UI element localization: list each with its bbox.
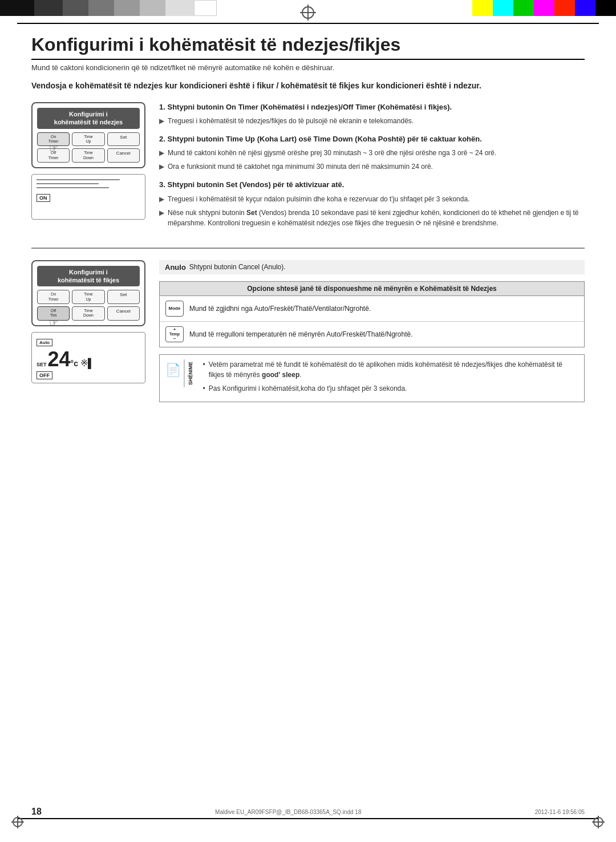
- note-text-2: Pas Konfigurimi i kohëmatësit,koha do t'…: [209, 383, 407, 394]
- off-timer-button-2[interactable]: OffTim ☞: [37, 306, 70, 321]
- color-bar: [472, 0, 616, 16]
- notes-content: • Vetëm parametrat më të fundit të kohëm…: [203, 359, 579, 397]
- anulo-box: Anulo Shtypni butonin Cancel (Anulo).: [159, 260, 585, 274]
- step-1-bullet: ▶ Treguesi i kohëmatësit të ndezjes/fikj…: [159, 116, 585, 126]
- intro-text: Mund të caktoni kondicionerin që të ndiz…: [31, 63, 585, 72]
- left-column-2: Konfigurimi i kohëmatësit të fikjes OnTi…: [31, 260, 145, 402]
- temperature-unit: °c: [71, 359, 78, 368]
- minus-icon: −: [173, 336, 176, 341]
- step-3-bullet-2: ▶ Nëse nuk shtypni butonin Set (Vendos) …: [159, 208, 585, 228]
- left-column-1: Konfigurimi i kohëmatësit të ndezjes OnT…: [31, 102, 145, 236]
- remote-buttons-grid-2: OnTimer TimeUp Set OffTim ☞ TimeDown: [37, 290, 140, 321]
- crosshair-bottom-left: [11, 816, 24, 828]
- time-up-button[interactable]: TimeUp: [72, 132, 104, 147]
- display-lines: [37, 179, 140, 188]
- gray-segment: [165, 0, 194, 16]
- mode-label: Mode: [169, 306, 181, 311]
- step-3-bullet-1: ▶ Treguesi i kohëmatësit të kyçur ndalon…: [159, 194, 585, 204]
- note-bullet-2: • Pas Konfigurimi i kohëmatësit,koha do …: [203, 383, 579, 394]
- mode-icon: Mode: [165, 301, 184, 317]
- note-bullet-1: • Vetëm parametrat më të fundit të kohëm…: [203, 359, 579, 380]
- color-segment-blue: [575, 0, 595, 16]
- gray-segment: [34, 0, 63, 16]
- note-document-icon: 📄: [165, 359, 181, 387]
- bullet-dot-2: •: [203, 383, 205, 394]
- step-3-text: Nëse nuk shtypni butonin Set (Vendos) br…: [168, 208, 585, 228]
- step-1: 1. Shtypni butonin On Timer (Kohëmatësi …: [159, 102, 585, 126]
- step-2-bullet-2: ▶ Ora e funksionit mund të caktohet nga …: [159, 161, 585, 172]
- time-down-button[interactable]: TimeDown: [72, 148, 104, 163]
- on-timer-button-2[interactable]: OnTimer: [37, 290, 70, 304]
- display-line: [37, 187, 109, 188]
- step-1-title: 1. Shtypni butonin On Timer (Kohëmatësi …: [159, 102, 585, 112]
- step-num-1: 1.: [159, 103, 167, 111]
- gray-segment: [194, 0, 217, 16]
- section1-layout: Konfigurimi i kohëmatësit të ndezjes OnT…: [31, 102, 585, 236]
- file-info: Maldive EU_AR09FSFP@_IB_DB68-03365A_SQ.i…: [215, 809, 361, 815]
- color-segment-cyan: [493, 0, 513, 16]
- color-segment-red: [554, 0, 575, 16]
- note-label: SHËNIME: [184, 359, 197, 387]
- gray-segment: [0, 0, 34, 16]
- bullet-dot: •: [203, 359, 205, 380]
- bullet-arrow: ▶: [159, 208, 164, 228]
- bullet-arrow: ▶: [159, 116, 164, 126]
- off-badge: OFF: [37, 371, 52, 379]
- grayscale-bar: [0, 0, 217, 16]
- remote-control-off-timer: Konfigurimi i kohëmatësit të fikjes OnTi…: [31, 260, 145, 326]
- footer: 18 Maldive EU_AR09FSFP@_IB_DB68-03365A_S…: [31, 807, 585, 817]
- section2-layout: Konfigurimi i kohëmatësit të fikjes OnTi…: [31, 260, 585, 402]
- temp-icon: + Temp −: [165, 326, 184, 342]
- main-content: Konfigurimi i kohëmatësit të ndezjes/fik…: [31, 34, 585, 808]
- step-2: 2. Shtypni butonin Time Up (Koha Lart) o…: [159, 134, 585, 172]
- display-screen-1: ON: [31, 174, 145, 220]
- on-badge: ON: [37, 194, 50, 202]
- step-num-2: 2.: [159, 135, 167, 143]
- step-2-title: 2. Shtypni butonin Time Up (Koha Lart) o…: [159, 134, 585, 144]
- bullet-arrow: ▶: [159, 161, 164, 172]
- remote-label-off: Konfigurimi i kohëmatësit të fikjes: [37, 266, 140, 287]
- on-timer-button[interactable]: OnTimer ☞: [37, 132, 70, 147]
- time-up-button-2[interactable]: TimeUp: [72, 290, 104, 304]
- set-button[interactable]: Set: [107, 132, 140, 147]
- option1-text: Mund të zgjidhni nga Auto/Freskët/Thatë/…: [189, 305, 371, 313]
- set-button-2[interactable]: Set: [107, 290, 140, 304]
- color-segment-yellow: [472, 0, 493, 16]
- note-text-1: Vetëm parametrat më të fundit të kohëmat…: [209, 359, 578, 380]
- note-icon-col: 📄 SHËNIME: [165, 359, 197, 387]
- anulo-text: Shtypni butonin Cancel (Anulo).: [189, 263, 286, 271]
- temperature-display: SET 24 °c ※▌: [37, 349, 140, 370]
- cancel-button[interactable]: Cancel: [107, 148, 140, 163]
- time-down-button-2[interactable]: TimeDown: [72, 306, 104, 321]
- right-column-2: Anulo Shtypni butonin Cancel (Anulo). Op…: [159, 260, 585, 402]
- signal-icon: ※▌: [80, 358, 94, 369]
- page-number: 18: [31, 807, 42, 817]
- option-row-mode: Mode Mund të zgjidhni nga Auto/Freskët/T…: [160, 296, 584, 322]
- display-line: [37, 179, 120, 180]
- bullet-arrow: ▶: [159, 194, 164, 204]
- color-segment-magenta: [534, 0, 554, 16]
- option2-text: Mund të rregulloni temperaturën në mënyr…: [189, 330, 413, 338]
- cancel-button-2[interactable]: Cancel: [107, 306, 140, 321]
- notes-box: 📄 SHËNIME • Vetëm parametrat më të fundi…: [159, 354, 585, 402]
- remote-buttons-grid: OnTimer ☞ TimeUp Set OffTimer TimeDown: [37, 132, 140, 163]
- option-row-temp: + Temp − Mund të rregulloni temperaturën…: [160, 322, 584, 347]
- display-screen-2: Auto SET 24 °c ※▌ OFF: [31, 332, 145, 383]
- step-3-title: 3. Shtypni butonin Set (Vendos) për të a…: [159, 180, 585, 190]
- temperature-value: 24: [48, 349, 71, 370]
- remote-label-on: Konfigurimi i kohëmatësit të ndezjes: [37, 108, 140, 129]
- bullet-arrow: ▶: [159, 148, 164, 158]
- step-2-bullet-1: ▶ Mund të caktoni kohën në njësi gjysmë …: [159, 148, 585, 158]
- auto-badge: Auto: [37, 339, 52, 346]
- notes-row: 📄 SHËNIME • Vetëm parametrat më të fundi…: [160, 355, 584, 402]
- section-divider: [31, 248, 585, 249]
- bold-instruction: Vendosja e kohëmatësit të ndezjes kur ko…: [31, 80, 585, 92]
- crosshair-top: [300, 5, 316, 21]
- remote-control-on-timer: Konfigurimi i kohëmatësit të ndezjes OnT…: [31, 102, 145, 168]
- right-column-1: 1. Shtypni butonin On Timer (Kohëmatësi …: [159, 102, 585, 236]
- options-box: Opcione shtesë janë të disponueshme në m…: [159, 281, 585, 347]
- step-num-3: 3.: [159, 180, 167, 189]
- step-3: 3. Shtypni butonin Set (Vendos) për të a…: [159, 180, 585, 228]
- plus-icon: +: [173, 327, 176, 332]
- anulo-label: Anulo: [165, 263, 186, 272]
